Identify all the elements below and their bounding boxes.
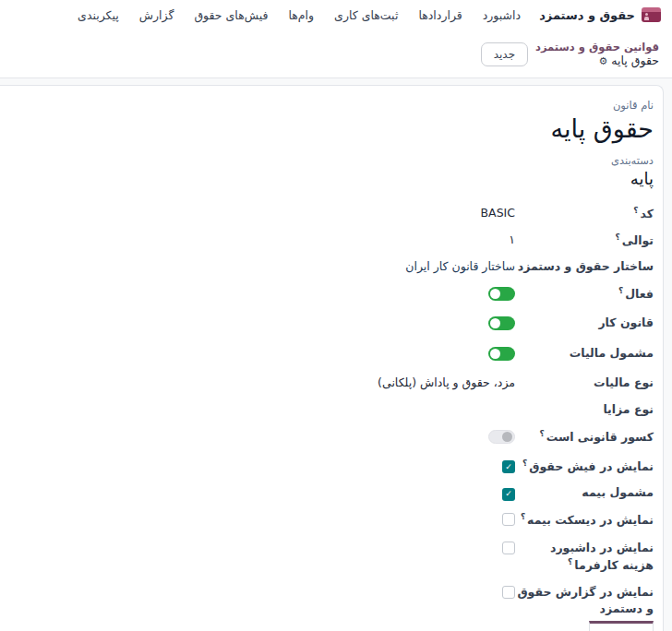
help-icon: ؟ [521,512,525,521]
show-on-employer-cost-dashboard-checkbox[interactable] [502,542,515,554]
insurance-included-checkbox[interactable]: ✓ [502,488,515,501]
benefit-type-field[interactable] [13,399,515,401]
form-sheet: نام قانون حقوق پایه دسته‌بندی پایه کد؟ B… [0,85,664,631]
category-field[interactable]: پایه [13,169,654,188]
form-row: مشمول مالیات [13,339,654,369]
form-row: قانون کار [13,309,654,339]
check-icon: ✓ [505,488,512,500]
toggle-knob [490,289,500,299]
check-icon: ✓ [505,461,512,473]
show-on-employer-cost-dashboard-label: نمایش در داشبورد هزینه کارفرما؟ [515,538,654,574]
show-on-insurance-disk-checkbox[interactable] [502,513,515,526]
menu-item-reporting[interactable]: گزارش [139,8,174,22]
insurance-included-label: مشمول بیمه [515,482,654,501]
tab-description[interactable]: توضیح [529,621,588,631]
tab-general[interactable]: عمومی [589,621,654,631]
salary-structure-label: ساختار حقوق و دستمزد [515,256,654,275]
menu-item-dashboard[interactable]: داشبورد [483,8,521,22]
form-row: ساختار حقوق و دستمزد ساختار قانون کار ای… [13,253,654,280]
sequence-label: توالی؟ [515,230,654,249]
help-icon: ؟ [633,206,638,215]
main-menu: داشبورد قراردادها ثبت‌های کاری وام‌ها فی… [78,8,521,22]
rule-name-label: نام قانون [13,99,654,112]
benefit-type-label: نوع مزایا [515,399,654,418]
toggle-knob [490,318,500,328]
app-name[interactable]: حقوق و دستمزد [539,8,635,22]
form-row: نمایش در فیش حقوق؟ ✓ [13,452,654,479]
menu-item-contracts[interactable]: قراردادها [418,8,462,22]
show-on-insurance-disk-label: نمایش در دیسکت بیمه؟ [515,509,654,529]
help-icon: ؟ [522,458,527,468]
taxable-toggle[interactable] [488,347,515,361]
breadcrumb: قوانین حقوق و دستمزد حقوق پایه ⚙ [535,41,659,68]
notebook-tabs: عمومی توضیح حسابداری [0,621,654,631]
legal-deduction-toggle[interactable] [488,430,515,444]
show-on-payroll-report-checkbox[interactable] [502,586,515,599]
active-toggle[interactable] [488,287,515,301]
code-field[interactable]: BASIC [13,203,515,221]
tax-type-field[interactable]: مزد، حقوق و پاداش (پلکانی) [13,373,515,391]
help-icon: ؟ [618,286,623,295]
category-label: دسته‌بندی [13,154,654,167]
show-on-payroll-report-label: نمایش در گزارش حقوق و دستمزد [515,582,654,617]
code-label: کد؟ [515,203,654,222]
form-row: نمایش در داشبورد هزینه کارفرما؟ [13,534,654,577]
breadcrumb-salary-rules[interactable]: قوانین حقوق و دستمزد [535,41,659,54]
form-row: نوع مالیات مزد، حقوق و پاداش (پلکانی) [13,369,654,396]
form-row: کد؟ BASIC [13,199,654,226]
rule-name-field[interactable]: حقوق پایه [13,113,654,145]
legal-deduction-label: کسور قانونی است؟ [515,426,654,446]
toggle-knob [502,432,512,442]
toggle-knob [490,349,500,359]
form-row: فعال؟ [13,280,654,309]
form-row: نوع مزایا [13,396,654,423]
menu-item-loans[interactable]: وام‌ها [288,8,314,22]
form-row: نمایش در گزارش حقوق و دستمزد [13,578,654,621]
breadcrumb-current-record: حقوق پایه ⚙ [535,54,659,68]
gear-icon[interactable]: ⚙ [598,56,607,66]
help-icon: ؟ [568,557,572,566]
breadcrumb-current-label: حقوق پایه [611,54,659,68]
control-panel: قوانین حقوق و دستمزد حقوق پایه ⚙ جدید [0,30,672,78]
tax-type-label: نوع مالیات [515,373,654,391]
salary-structure-link[interactable]: ساختار قانون کار ایران [13,256,515,275]
new-button[interactable]: جدید [481,42,528,66]
active-label: فعال؟ [515,283,654,303]
show-on-payslip-checkbox[interactable]: ✓ [502,460,515,473]
menu-item-payslips[interactable]: فیش‌های حقوق [194,8,268,22]
form-view-background: نام قانون حقوق پایه دسته‌بندی پایه کد؟ B… [0,78,672,631]
menu-item-configuration[interactable]: پیکربندی [78,8,119,22]
menu-item-work-entries[interactable]: ثبت‌های کاری [334,8,398,22]
form-row: کسور قانونی است؟ [13,423,654,452]
tabs-divider [5,621,451,631]
show-on-payslip-label: نمایش در فیش حقوق؟ [515,456,654,475]
form-row: مشمول بیمه ✓ [13,479,654,506]
person-icon [644,13,649,20]
help-icon: ؟ [616,232,620,242]
tab-accounting[interactable]: حسابداری [451,621,529,631]
taxable-label: مشمول مالیات [515,343,654,362]
sequence-field[interactable]: ۱ [13,230,515,248]
labor-law-label: قانون کار [515,313,654,331]
top-menu-bar: حقوق و دستمزد داشبورد قراردادها ثبت‌های … [0,0,672,30]
payroll-app-icon[interactable] [642,7,661,22]
form-row: توالی؟ ۱ [13,226,654,253]
labor-law-toggle[interactable] [488,316,515,330]
form-row: نمایش در دیسکت بیمه؟ [13,506,654,534]
help-icon: ؟ [539,429,544,438]
